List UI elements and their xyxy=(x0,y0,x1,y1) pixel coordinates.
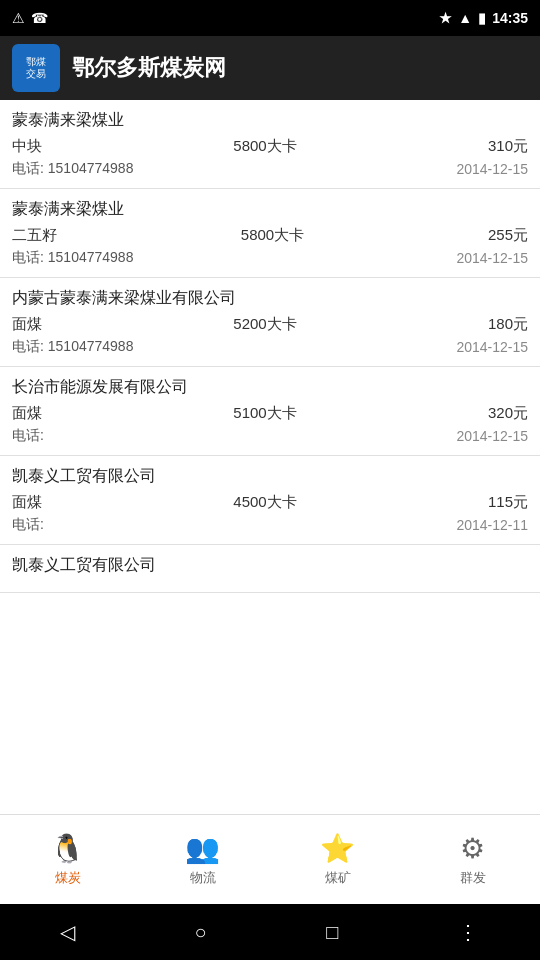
phone-number: 电话: 15104774988 xyxy=(12,338,133,356)
nav-label-broadcast: 群发 xyxy=(460,869,486,887)
star-icon: ★ xyxy=(439,10,452,26)
coal-size: 5800大卡 xyxy=(233,137,296,156)
listing-footer: 电话: 15104774988 2014-12-15 xyxy=(12,160,528,178)
app-title: 鄂尔多斯煤炭网 xyxy=(72,53,226,83)
coal-size: 5800大卡 xyxy=(241,226,304,245)
header: 鄂煤 交易 鄂尔多斯煤炭网 xyxy=(0,36,540,100)
logo: 鄂煤 交易 xyxy=(12,44,60,92)
nav-label-coal: 煤炭 xyxy=(55,869,81,887)
battery-icon: ▮ xyxy=(478,10,486,26)
listing-date: 2014-12-15 xyxy=(456,161,528,177)
nav-label-mine: 煤矿 xyxy=(325,869,351,887)
listing-date: 2014-12-15 xyxy=(456,250,528,266)
coal-price: 115元 xyxy=(488,493,528,512)
status-right-icons: ★ ▲ ▮ 14:35 xyxy=(439,10,528,26)
broadcast-icon: ⚙ xyxy=(460,832,485,865)
status-bar: ⚠ ☎ ★ ▲ ▮ 14:35 xyxy=(0,0,540,36)
company-name: 蒙泰满来梁煤业 xyxy=(12,110,528,131)
coal-type: 二五籽 xyxy=(12,226,57,245)
company-name: 蒙泰满来梁煤业 xyxy=(12,199,528,220)
listing-date: 2014-12-15 xyxy=(456,339,528,355)
company-name: 内蒙古蒙泰满来梁煤业有限公司 xyxy=(12,288,528,309)
home-button[interactable]: ○ xyxy=(195,921,207,944)
listing-footer: 电话: 2014-12-11 xyxy=(12,516,528,534)
warning-icon: ⚠ xyxy=(12,10,25,26)
coal-type: 面煤 xyxy=(12,493,42,512)
coal-size: 4500大卡 xyxy=(233,493,296,512)
coal-type: 中块 xyxy=(12,137,42,156)
list-item[interactable]: 凯泰义工贸有限公司 xyxy=(0,545,540,593)
company-name: 长治市能源发展有限公司 xyxy=(12,377,528,398)
coal-icon: 🐧 xyxy=(50,832,85,865)
signal-icon: ▲ xyxy=(458,10,472,26)
phone-number: 电话: 15104774988 xyxy=(12,249,133,267)
listing-details-row: 面煤 5100大卡 320元 xyxy=(12,404,528,423)
logo-line2: 交易 xyxy=(26,68,46,80)
phone-number: 电话: 15104774988 xyxy=(12,160,133,178)
android-navigation: ◁ ○ □ ⋮ xyxy=(0,904,540,960)
list-item[interactable]: 蒙泰满来梁煤业 中块 5800大卡 310元 电话: 15104774988 2… xyxy=(0,100,540,189)
coal-price: 320元 xyxy=(488,404,528,423)
list-item[interactable]: 内蒙古蒙泰满来梁煤业有限公司 面煤 5200大卡 180元 电话: 151047… xyxy=(0,278,540,367)
coal-price: 255元 xyxy=(488,226,528,245)
listing-footer: 电话: 2014-12-15 xyxy=(12,427,528,445)
listings-list: 蒙泰满来梁煤业 中块 5800大卡 310元 电话: 15104774988 2… xyxy=(0,100,540,814)
list-item[interactable]: 凯泰义工贸有限公司 面煤 4500大卡 115元 电话: 2014-12-11 xyxy=(0,456,540,545)
clock: 14:35 xyxy=(492,10,528,26)
logo-line1: 鄂煤 xyxy=(26,56,46,68)
listing-details-row: 中块 5800大卡 310元 xyxy=(12,137,528,156)
nav-item-coal[interactable]: 🐧 煤炭 xyxy=(0,815,135,904)
status-left-icons: ⚠ ☎ xyxy=(12,10,48,26)
list-item[interactable]: 蒙泰满来梁煤业 二五籽 5800大卡 255元 电话: 15104774988 … xyxy=(0,189,540,278)
coal-size: 5200大卡 xyxy=(233,315,296,334)
listing-details-row: 二五籽 5800大卡 255元 xyxy=(12,226,528,245)
coal-size: 5100大卡 xyxy=(233,404,296,423)
nav-item-logistics[interactable]: 👥 物流 xyxy=(135,815,270,904)
more-button[interactable]: ⋮ xyxy=(458,920,480,944)
coal-type: 面煤 xyxy=(12,404,42,423)
coal-price: 310元 xyxy=(488,137,528,156)
mine-icon: ⭐ xyxy=(320,832,355,865)
listing-details-row: 面煤 5200大卡 180元 xyxy=(12,315,528,334)
android-icon: ☎ xyxy=(31,10,48,26)
nav-label-logistics: 物流 xyxy=(190,869,216,887)
list-item[interactable]: 长治市能源发展有限公司 面煤 5100大卡 320元 电话: 2014-12-1… xyxy=(0,367,540,456)
nav-item-broadcast[interactable]: ⚙ 群发 xyxy=(405,815,540,904)
phone-number: 电话: xyxy=(12,427,44,445)
recent-button[interactable]: □ xyxy=(326,921,338,944)
listing-footer: 电话: 15104774988 2014-12-15 xyxy=(12,338,528,356)
listing-date: 2014-12-11 xyxy=(456,517,528,533)
logistics-icon: 👥 xyxy=(185,832,220,865)
listing-footer: 电话: 15104774988 2014-12-15 xyxy=(12,249,528,267)
bottom-navigation: 🐧 煤炭 👥 物流 ⭐ 煤矿 ⚙ 群发 xyxy=(0,814,540,904)
nav-item-mine[interactable]: ⭐ 煤矿 xyxy=(270,815,405,904)
back-button[interactable]: ◁ xyxy=(60,920,75,944)
listing-date: 2014-12-15 xyxy=(456,428,528,444)
listing-details-row: 面煤 4500大卡 115元 xyxy=(12,493,528,512)
coal-price: 180元 xyxy=(488,315,528,334)
company-name: 凯泰义工贸有限公司 xyxy=(12,555,528,576)
phone-number: 电话: xyxy=(12,516,44,534)
coal-type: 面煤 xyxy=(12,315,42,334)
company-name: 凯泰义工贸有限公司 xyxy=(12,466,528,487)
